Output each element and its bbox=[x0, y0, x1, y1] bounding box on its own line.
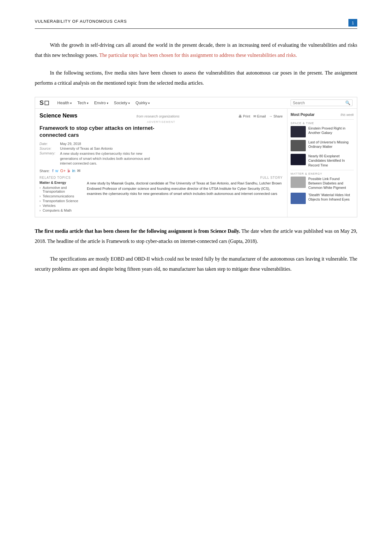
summary-value: A new study examines the cybersecurity r… bbox=[60, 151, 161, 166]
related-topics-row: RELATED TOPICS FULL STORY bbox=[39, 176, 283, 179]
topic-item-2[interactable]: Transportation Science bbox=[39, 199, 81, 203]
popular-thumb-3 bbox=[291, 177, 306, 188]
popular-item-3[interactable]: Possible Link Found Between Diabetes and… bbox=[291, 177, 354, 190]
second-paragraph: In the following sections, five media si… bbox=[35, 68, 357, 88]
popular-thumb-2 bbox=[291, 154, 306, 165]
popular-thumb-0 bbox=[291, 126, 306, 137]
google-plus-icon[interactable]: G+ bbox=[60, 168, 66, 173]
site-name: Science News bbox=[39, 112, 77, 119]
date-meta: Date: May 29, 2018 bbox=[39, 142, 283, 146]
article-body: Science News from research organizations… bbox=[35, 109, 357, 217]
source-value: University of Texas at San Antonio bbox=[60, 147, 113, 150]
popular-text-1: Last of Universe's Missing Ordinary Matt… bbox=[308, 140, 354, 149]
intro-paragraph: With the growth in self-driving cars all… bbox=[35, 40, 357, 60]
nav-bar: S Health Tech Enviro Society Quirky 🔍 bbox=[35, 97, 357, 109]
third-paragraph: The specifications are mostly EOBD and O… bbox=[35, 254, 357, 274]
topic-item-4[interactable]: Computers & Math bbox=[39, 208, 81, 212]
topics-left: Matter & Energy Automotive and Transport… bbox=[39, 181, 81, 213]
search-input[interactable] bbox=[293, 101, 343, 105]
document-title: VULNERABILITY OF AUTONOMOUS CARS bbox=[35, 19, 127, 24]
share-button[interactable]: → Share bbox=[269, 114, 283, 118]
source-meta: Source: University of Texas at San Anton… bbox=[39, 147, 283, 150]
matter-energy-label: MATTER & ENERGY bbox=[291, 170, 354, 175]
logo-s-letter: S bbox=[39, 99, 44, 106]
popular-item-1[interactable]: Last of Universe's Missing Ordinary Matt… bbox=[291, 140, 354, 151]
print-button[interactable]: 🖶 Print bbox=[238, 114, 250, 118]
article-main: Science News from research organizations… bbox=[35, 109, 287, 217]
nav-quirky[interactable]: Quirky bbox=[136, 100, 150, 105]
sidebar: Most Popular this week SPACE & TIME Eins… bbox=[287, 109, 357, 217]
popular-text-2: Nearly 80 Exoplanet Candidates Identifie… bbox=[308, 154, 354, 167]
science-daily-bold: Science Daily. bbox=[210, 228, 240, 234]
nav-tech[interactable]: Tech bbox=[77, 100, 88, 105]
summary-label: Summary: bbox=[39, 151, 60, 155]
twitter-icon[interactable]: w bbox=[55, 168, 58, 173]
date-label: Date: bbox=[39, 142, 60, 146]
article-body-text: A new study by Maanak Gupta, doctoral ca… bbox=[87, 181, 283, 196]
topic-item-3[interactable]: Vehicles bbox=[39, 204, 81, 208]
popular-text-3: Possible Link Found Between Diabetes and… bbox=[308, 177, 354, 190]
summary-meta: Summary: A new study examines the cybers… bbox=[39, 151, 283, 166]
article-screenshot: S Health Tech Enviro Society Quirky 🔍 Sc… bbox=[35, 97, 357, 217]
most-popular-label: Most Popular bbox=[291, 112, 315, 117]
email-button[interactable]: ✉ Email bbox=[253, 114, 266, 118]
popular-thumb-1 bbox=[291, 140, 306, 151]
print-email-share-row: 🖶 Print ✉ Email → Share bbox=[238, 114, 283, 118]
popular-text-4: 'Stealth' Material Hides Hot Objects fro… bbox=[308, 193, 354, 202]
popular-item-2[interactable]: Nearly 80 Exoplanet Candidates Identifie… bbox=[291, 154, 354, 167]
this-week-label: this week bbox=[341, 113, 354, 117]
site-sub: from research organizations bbox=[136, 114, 179, 118]
advertisement-label: ADVERTISEMENT bbox=[39, 120, 283, 123]
site-logo: S bbox=[39, 99, 49, 106]
logo-box bbox=[45, 101, 49, 105]
article-headline: Framework to stop cyber attacks on inter… bbox=[39, 125, 172, 139]
article-text-right: A new study by Maanak Gupta, doctoral ca… bbox=[87, 181, 283, 213]
third-text: The specifications are mostly EOBD and O… bbox=[35, 256, 357, 272]
nav-enviro[interactable]: Enviro bbox=[94, 100, 108, 105]
page-header: VULNERABILITY OF AUTONOMOUS CARS 1 bbox=[35, 19, 357, 29]
first-media-paragraph: The first media article that has been ch… bbox=[35, 226, 357, 246]
source-label: Source: bbox=[39, 147, 60, 150]
share-icons: f w G+ 𝄫 in ✉ bbox=[52, 168, 81, 173]
date-value: May 29, 2018 bbox=[60, 142, 81, 146]
nav-health[interactable]: Health bbox=[57, 100, 71, 105]
space-time-label: SPACE & TIME bbox=[291, 119, 354, 125]
topic-head: Matter & Energy bbox=[39, 181, 81, 184]
topic-item-0[interactable]: Automotive and Transportation bbox=[39, 186, 81, 193]
email-share-icon[interactable]: ✉ bbox=[77, 168, 81, 173]
red-sentence: The particular topic has been chosen for… bbox=[99, 52, 297, 58]
page-number: 1 bbox=[348, 19, 357, 27]
popular-item-0[interactable]: Einstein Proved Right in Another Galaxy bbox=[291, 126, 354, 137]
popular-text-0: Einstein Proved Right in Another Galaxy bbox=[308, 126, 354, 135]
popular-thumb-4 bbox=[291, 193, 306, 204]
related-topics-label: RELATED TOPICS bbox=[39, 176, 71, 179]
topic-item-1[interactable]: Telecommunications bbox=[39, 194, 81, 198]
pinterest-icon[interactable]: 𝄫 bbox=[68, 168, 70, 173]
related-section: Matter & Energy Automotive and Transport… bbox=[39, 181, 283, 213]
facebook-icon[interactable]: f bbox=[52, 168, 53, 173]
search-box[interactable]: 🔍 bbox=[291, 99, 353, 106]
search-icon: 🔍 bbox=[345, 100, 350, 105]
first-media-bold-start: The first media article that has been ch… bbox=[35, 228, 209, 234]
popular-item-4[interactable]: 'Stealth' Material Hides Hot Objects fro… bbox=[291, 193, 354, 204]
nav-society[interactable]: Society bbox=[114, 100, 130, 105]
share-row: Share: f w G+ 𝄫 in ✉ bbox=[39, 168, 283, 173]
full-story-label: FULL STORY bbox=[260, 176, 283, 179]
second-text: In the following sections, five media si… bbox=[35, 70, 357, 86]
linkedin-icon[interactable]: in bbox=[72, 168, 75, 173]
most-popular-header: Most Popular this week bbox=[291, 112, 354, 117]
share-label: Share: bbox=[39, 169, 50, 173]
